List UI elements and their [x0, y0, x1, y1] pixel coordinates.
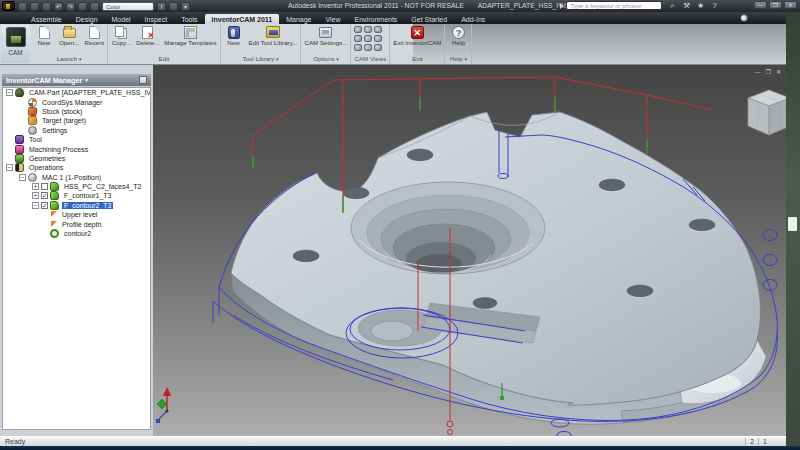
- search-icon[interactable]: ⌕: [668, 1, 677, 10]
- tree-item-mac1[interactable]: − MAC 1 (1-Position): [3, 173, 150, 182]
- collapse-icon[interactable]: −: [32, 202, 39, 209]
- operation-checkbox[interactable]: ✓: [41, 202, 48, 209]
- cam-view-icon[interactable]: [364, 35, 372, 42]
- cam-view-icon[interactable]: [364, 26, 372, 33]
- expand-icon[interactable]: +: [32, 183, 39, 190]
- tree-item-stock[interactable]: Stock (stock): [3, 107, 150, 116]
- tab-design[interactable]: Design: [69, 14, 105, 24]
- tree-item-profile-depth[interactable]: Profile depth: [3, 219, 150, 228]
- tree-item-contour2[interactable]: contour2: [3, 229, 150, 238]
- tab-tools[interactable]: Tools: [174, 14, 204, 24]
- tree-item-tool[interactable]: Tool: [3, 135, 150, 144]
- edit-tool-library-button[interactable]: Edit Tool Library...: [249, 25, 298, 46]
- new-file-icon[interactable]: [18, 2, 27, 11]
- parameters-fx-icon[interactable]: f: [157, 2, 166, 11]
- cam-views-group-label: CAM Views: [354, 54, 386, 64]
- update-icon[interactable]: [90, 2, 99, 11]
- tab-add-ins[interactable]: Add-Ins: [454, 14, 492, 24]
- material-icon[interactable]: [169, 2, 178, 11]
- cam-view-icon[interactable]: [354, 26, 362, 33]
- tree-item-operations[interactable]: − Operations: [3, 163, 150, 172]
- pin-icon[interactable]: [139, 76, 147, 84]
- tree-item-machining-process[interactable]: Machining Process: [3, 144, 150, 153]
- tree-item-settings[interactable]: Settings: [3, 126, 150, 135]
- cam-view-icon[interactable]: [374, 44, 382, 51]
- tab-inventorcam-2011[interactable]: InventorCAM 2011: [205, 14, 280, 24]
- community-icon[interactable]: ★: [696, 1, 705, 10]
- tab-get-started[interactable]: Get Started: [404, 14, 454, 24]
- tree-item-geometries[interactable]: Geometries: [3, 154, 150, 163]
- new-tool-button[interactable]: New: [224, 25, 244, 46]
- panel-dropdown-icon[interactable]: ▾: [85, 77, 88, 83]
- tree-item-hss-pc-c2-faces4[interactable]: + HSS_PC_C2_faces4_T2: [3, 182, 150, 191]
- restore-button[interactable]: ❐: [769, 1, 782, 9]
- cam-view-icon[interactable]: [364, 44, 372, 51]
- tool-library-group-label[interactable]: Tool Library ▾: [224, 54, 298, 64]
- wrench-icon[interactable]: ⚒: [682, 1, 691, 10]
- ribbon-tab-bar: Assemble Design Model Inspect Tools Inve…: [0, 12, 800, 24]
- tree-item-coordsys-manager[interactable]: CoordSys Manager: [3, 97, 150, 106]
- cam-view-icon[interactable]: [354, 44, 362, 51]
- ribbon-group-cam-views: CAM Views: [351, 24, 390, 64]
- redo-icon[interactable]: ↷: [66, 2, 75, 11]
- tree-item-f-contour2[interactable]: − ✓ F_contour2_T3: [3, 201, 150, 210]
- tree-item-upper-level[interactable]: Upper level: [3, 210, 150, 219]
- tab-environments[interactable]: Environments: [348, 14, 405, 24]
- cam-launch-button[interactable]: CAM: [1, 25, 30, 63]
- doc-close-icon[interactable]: ✕: [776, 69, 781, 76]
- selected-tree-label: F_contour2_T3: [62, 202, 113, 209]
- copy-button[interactable]: Copy...: [111, 25, 131, 46]
- delete-button[interactable]: Delete...: [136, 25, 159, 46]
- cam-part-icon: [15, 88, 24, 97]
- cam-views-buttons[interactable]: [354, 25, 383, 52]
- close-button[interactable]: ✕: [784, 1, 797, 9]
- doc-minimize-icon[interactable]: —: [755, 69, 761, 76]
- ribbon-minimize-toggle-icon[interactable]: [740, 14, 748, 22]
- tab-assemble[interactable]: Assemble: [24, 14, 69, 24]
- new-cam-part-button[interactable]: New: [34, 25, 54, 46]
- tree-item-cam-part[interactable]: − CAM-Part [ADAPTER_PLATE_HSS_IV]: [3, 88, 150, 97]
- options-group-label[interactable]: Options ▾: [304, 54, 347, 64]
- search-input[interactable]: [566, 1, 662, 10]
- help-menu-icon[interactable]: ?: [710, 1, 719, 10]
- minimize-button[interactable]: —: [754, 1, 767, 9]
- open-icon[interactable]: [30, 2, 39, 11]
- tab-model[interactable]: Model: [105, 14, 138, 24]
- collapse-icon[interactable]: −: [6, 164, 13, 171]
- tab-manage[interactable]: Manage: [279, 14, 318, 24]
- manage-templates-button[interactable]: Manage Templates: [164, 25, 216, 46]
- open-cam-part-button[interactable]: Open...: [59, 25, 79, 46]
- target-icon: [28, 116, 38, 126]
- view-cube[interactable]: [748, 90, 786, 135]
- viewport-3d[interactable]: — ❐ ✕: [153, 65, 786, 436]
- appearance-dropdown-icon[interactable]: ▾: [181, 2, 190, 11]
- help-group-label[interactable]: Help ▾: [448, 54, 468, 64]
- tree-item-f-contour1[interactable]: + ✓ F_contour1_T3: [3, 191, 150, 200]
- doc-restore-icon[interactable]: ❐: [766, 69, 771, 76]
- expand-icon[interactable]: +: [32, 192, 39, 199]
- save-icon[interactable]: [42, 2, 51, 11]
- print-icon[interactable]: [78, 2, 87, 11]
- cam-view-icon[interactable]: [374, 26, 382, 33]
- tree-item-target[interactable]: Target (target): [3, 116, 150, 125]
- cam-tree: − CAM-Part [ADAPTER_PLATE_HSS_IV] CoordS…: [2, 87, 151, 430]
- undo-icon[interactable]: ↶: [54, 2, 63, 11]
- panel-header[interactable]: InventorCAM Manager ▾: [2, 74, 151, 86]
- operation-checkbox[interactable]: [41, 183, 48, 190]
- color-override-select[interactable]: Color: [102, 2, 154, 11]
- cam-view-icon[interactable]: [374, 35, 382, 42]
- launch-group-label[interactable]: Launch ▾: [34, 54, 104, 64]
- help-button[interactable]: ? Help: [448, 25, 468, 46]
- recent-button[interactable]: Recent: [84, 25, 104, 46]
- operation-checkbox[interactable]: ✓: [41, 192, 48, 199]
- open-folder-icon: [62, 25, 77, 39]
- app-icon[interactable]: [2, 1, 15, 11]
- collapse-icon[interactable]: −: [6, 89, 13, 96]
- title-bar: ↶ ↷ Color f ▾ Autodesk Inventor Professi…: [0, 0, 800, 12]
- exit-inventorcam-button[interactable]: ✕ Exit InventorCAM: [393, 25, 441, 46]
- cam-view-icon[interactable]: [354, 35, 362, 42]
- tab-inspect[interactable]: Inspect: [138, 14, 175, 24]
- cam-settings-button[interactable]: CAM Settings...: [304, 25, 347, 46]
- collapse-icon[interactable]: −: [19, 174, 26, 181]
- tab-view[interactable]: View: [319, 14, 348, 24]
